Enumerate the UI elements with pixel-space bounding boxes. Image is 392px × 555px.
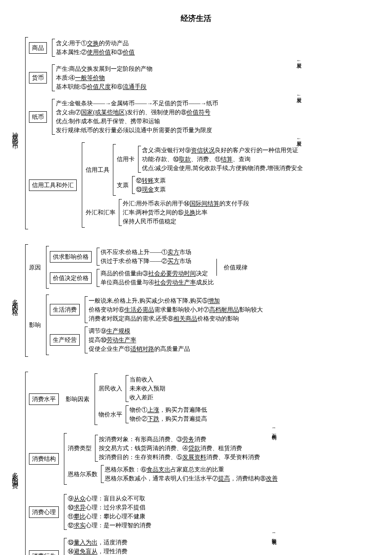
- l: 单位商品价值量与④社会劳动生产率成反比: [101, 278, 214, 287]
- dev-arrow: 发展↓: [35, 137, 303, 140]
- l: 未来收入预期: [130, 384, 165, 393]
- l: 价格变动对⑥生活必需品需求量影响较小,对⑦高档耐用品影响较大: [89, 305, 263, 314]
- l: 基本属性:②使用价值和③价值: [56, 48, 135, 57]
- l: 含义:用于①交换的劳动产品: [56, 39, 135, 48]
- l: 支票: [117, 181, 129, 190]
- l: 物价水平: [98, 410, 122, 419]
- dev-arrow: 发展↓: [35, 94, 303, 96]
- section-1: 神奇的货币 商品 含义:用于①交换的劳动产品 基本属性:②使用价值和③价值 发展…: [9, 37, 383, 229]
- l: 发行规律:纸币的发行量必须以流通中所需要的货币量为限度: [56, 126, 219, 135]
- l: 供不应求:价格上升——①卖方市场: [101, 248, 192, 257]
- l: 调节⑨生产规模: [89, 327, 190, 335]
- l: 功能:存款、⑩取款、消费、⑪结算、查询: [142, 155, 303, 164]
- box-consume-behav: 消费行为: [29, 550, 59, 555]
- l: 消费类型: [68, 444, 92, 453]
- root-2: 多变的价格: [9, 291, 22, 310]
- l: 物价①上涨，购买力普遍降低: [130, 405, 207, 414]
- box-consume-psy: 消费心理: [29, 506, 59, 518]
- l: 信用卡: [117, 155, 135, 164]
- box-value-price: 价值决定价格: [50, 272, 92, 284]
- l: 按消费目的：生存资料消费、⑤发展资料消费、享受资料消费: [99, 453, 260, 462]
- l: 促使企业生产⑪适销对路的高质量产品: [89, 344, 190, 353]
- box-life-consume: 生活消费: [50, 304, 80, 315]
- page-title: 经济生活: [9, 13, 383, 24]
- box-huobi: 货币: [29, 72, 47, 84]
- l: 含义:商业银行对⑨资信状况良好的客户发行的一种信用凭证: [142, 146, 303, 155]
- l: 汇率:两种货币之间的⑮兑换比率: [123, 208, 250, 217]
- l: 保持人民币币值稳定: [123, 217, 250, 226]
- root-3: 多彩的消费: [9, 464, 22, 483]
- box-supply-demand: 供求影响价格: [50, 251, 92, 263]
- l: 当前收入: [130, 375, 165, 384]
- l: 基本职能:⑤价值尺度和⑥流通手段: [56, 82, 153, 91]
- l: 收入差距: [130, 393, 165, 402]
- connector-34: ↕ 影响 表现: [37, 532, 278, 536]
- l: ⑫求实心理：是一种理智的消费: [68, 521, 151, 530]
- l: 一般说来,价格上升,购买减少;价格下降,购买⑤增加: [89, 296, 263, 305]
- l: 提高⑩劳动生产率: [89, 335, 190, 344]
- l: 原因: [29, 263, 41, 272]
- l: ⑭避免盲从，理性消费: [68, 547, 127, 555]
- l: ⑩求异心理：过分求异不提倡: [68, 503, 151, 512]
- l: 外汇和汇率: [86, 208, 115, 217]
- l: ⑬量入为出，适度消费: [68, 538, 127, 547]
- l: 影响因素: [66, 395, 89, 404]
- l: ⑨从众心理：盲目从众不可取: [68, 494, 151, 503]
- l: 恩格尔系数: [68, 470, 98, 479]
- l: 消费者对既定商品的需求,还受⑧相关商品价格变动的影响: [89, 314, 263, 323]
- l: 供过于求:价格下降——②买方市场: [101, 257, 192, 266]
- dev-arrow: 发展↓: [35, 59, 303, 62]
- root-1: 神奇的货币: [9, 124, 22, 143]
- box-zhibi: 纸币: [29, 111, 47, 123]
- l: 优点:制作成本低,易于保管、携带和运输: [56, 117, 219, 126]
- l: 产生:金银条块——→金属铸币——→不足值的货币——→纸币: [56, 99, 219, 108]
- box-consume-level: 消费水平: [29, 393, 59, 405]
- l: 按交易方式：钱货两清的消费、④贷款消费、租赁消费: [99, 444, 260, 453]
- l: 商品的价值量由③社会必要劳动时间决定: [101, 269, 214, 278]
- l: 优点:减少现金使用,简化收款手续,方便购物消费,增强消费安全: [142, 164, 303, 173]
- box-credit-fx: 信用工具和外汇: [29, 179, 77, 191]
- l: 含义:由⑦国家(或某些地区)发行的、强制使用的⑧价值符号: [56, 108, 219, 117]
- l: 恩格尔系数减小，通常表明人们生活水平⑦提高，消费结构⑧改善: [105, 474, 278, 483]
- box-shangpin: 商品: [29, 42, 47, 54]
- l: 外汇:用外币表示的用于⑭国际间结算的支付手段: [123, 199, 250, 208]
- l: 信用工具: [86, 165, 110, 174]
- section-3: 多彩的消费 消费水平 影响因素 居民收入 当前收入 未来收入预期 收入差距 物价…: [9, 372, 383, 555]
- l: ⑬现金支票: [136, 185, 166, 194]
- l: 产生:商品交换发展到一定阶段的产物: [56, 64, 153, 73]
- l: ⑫转账支票: [136, 176, 166, 185]
- l: 恩格尔系数：⑥食品支出占家庭总支出的比重: [105, 465, 278, 474]
- l: 居民收入: [98, 384, 122, 393]
- l: 物价②下跌，购买力普遍提高: [130, 414, 207, 423]
- l: ⑪攀比心理：攀比心理不健康: [68, 512, 151, 521]
- l: 按消费对象：有形商品消费、③劳务消费: [99, 435, 260, 444]
- box-consume-struct: 消费结构: [29, 453, 59, 465]
- l: 影响: [29, 321, 41, 330]
- l: 本质:④一般等价物: [56, 73, 153, 82]
- connector-12: ↕ 相互 制约: [37, 427, 278, 431]
- right-label: 价值规律: [224, 263, 248, 272]
- box-prod-op: 生产经营: [50, 334, 80, 346]
- section-2: 多变的价格 原因 供求影响价格 供不应求:价格上升——①卖方市场 供过于求:价格…: [9, 244, 383, 357]
